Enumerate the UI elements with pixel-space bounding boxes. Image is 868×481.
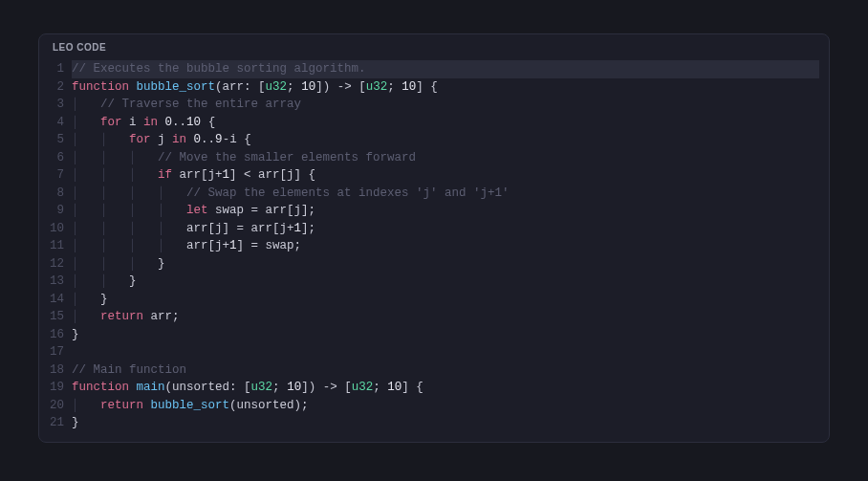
line-number: 3 xyxy=(43,96,64,114)
code-content[interactable]: // Executes the bubble sorting algorithm… xyxy=(72,60,829,442)
line-number: 10 xyxy=(43,220,64,238)
line-number: 11 xyxy=(43,237,64,255)
code-line[interactable]: │ │ │ │ let swap = arr[j]; xyxy=(72,202,819,220)
line-number: 12 xyxy=(43,255,64,273)
line-gutter: 123456789101112131415161718192021 xyxy=(39,60,72,442)
line-number: 18 xyxy=(43,361,64,380)
panel-title: LEO CODE xyxy=(39,34,829,60)
line-number: 2 xyxy=(43,78,64,97)
code-line[interactable]: │ │ } xyxy=(72,273,819,291)
line-number: 19 xyxy=(43,379,64,397)
code-line[interactable]: │ │ │ │ arr[j] = arr[j+1]; xyxy=(72,220,819,238)
code-line[interactable]: │ │ │ │ // Swap the elements at indexes … xyxy=(72,185,819,203)
code-panel: LEO CODE 1234567891011121314151617181920… xyxy=(38,33,830,443)
line-number: 20 xyxy=(43,397,64,415)
line-number: 6 xyxy=(43,149,64,167)
code-area[interactable]: 123456789101112131415161718192021 // Exe… xyxy=(39,60,829,442)
code-line[interactable]: │ return bubble_sort(unsorted); xyxy=(72,397,819,415)
code-line[interactable]: function main(unsorted: [u32; 10]) -> [u… xyxy=(72,379,819,397)
code-line[interactable]: } xyxy=(72,326,819,344)
code-line[interactable]: function bubble_sort(arr: [u32; 10]) -> … xyxy=(72,78,819,97)
code-line[interactable]: │ // Traverse the entire array xyxy=(72,96,819,114)
code-line[interactable]: } xyxy=(72,414,819,432)
code-line[interactable]: │ │ │ │ arr[j+1] = swap; xyxy=(72,237,819,255)
code-line[interactable]: // Executes the bubble sorting algorithm… xyxy=(72,60,819,78)
line-number: 1 xyxy=(43,60,64,78)
line-number: 8 xyxy=(43,185,64,203)
code-line[interactable]: │ │ for j in 0..9-i { xyxy=(72,131,819,149)
line-number: 13 xyxy=(43,273,64,291)
line-number: 16 xyxy=(43,326,64,344)
line-number: 21 xyxy=(43,414,64,432)
line-number: 4 xyxy=(43,114,64,132)
code-line[interactable]: │ │ │ // Move the smaller elements forwa… xyxy=(72,149,819,167)
code-line[interactable] xyxy=(72,343,819,361)
line-number: 9 xyxy=(43,202,64,220)
line-number: 14 xyxy=(43,291,64,309)
line-number: 17 xyxy=(43,343,64,361)
line-number: 7 xyxy=(43,166,64,185)
code-line[interactable]: │ │ │ } xyxy=(72,255,819,273)
code-line[interactable]: │ } xyxy=(72,291,819,309)
code-line[interactable]: │ for i in 0..10 { xyxy=(72,114,819,132)
line-number: 5 xyxy=(43,131,64,149)
code-line[interactable]: │ return arr; xyxy=(72,308,819,326)
line-number: 15 xyxy=(43,308,64,326)
code-line[interactable]: // Main function xyxy=(72,361,819,380)
code-line[interactable]: │ │ │ if arr[j+1] < arr[j] { xyxy=(72,166,819,185)
